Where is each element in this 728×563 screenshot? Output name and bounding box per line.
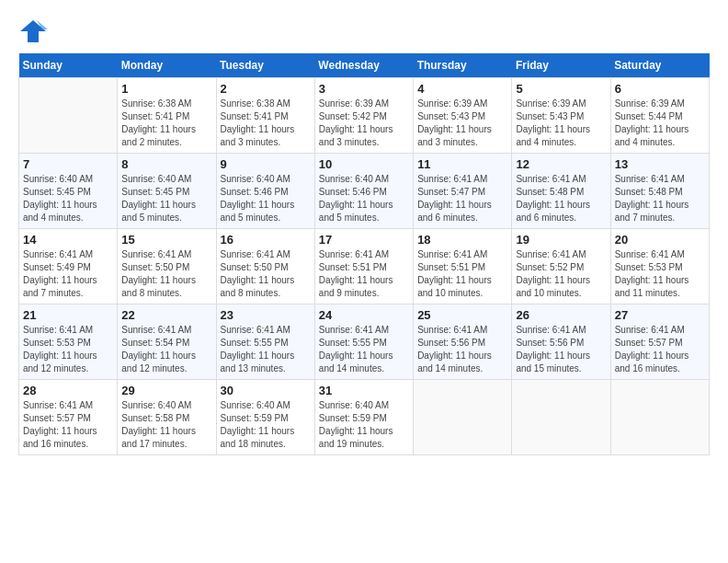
calendar-cell: 9Sunrise: 6:40 AM Sunset: 5:46 PM Daylig… [216,154,314,229]
day-info: Sunrise: 6:41 AM Sunset: 5:51 PM Dayligh… [417,248,507,300]
day-number: 28 [23,384,113,397]
day-info: Sunrise: 6:38 AM Sunset: 5:41 PM Dayligh… [121,98,211,149]
day-info: Sunrise: 6:40 AM Sunset: 5:59 PM Dayligh… [221,399,311,451]
calendar-cell: 30Sunrise: 6:40 AM Sunset: 5:59 PM Dayli… [216,380,314,455]
day-number: 11 [417,157,507,171]
calendar-cell: 22Sunrise: 6:41 AM Sunset: 5:54 PM Dayli… [118,304,216,380]
day-info: Sunrise: 6:41 AM Sunset: 5:56 PM Dayligh… [516,324,606,375]
day-info: Sunrise: 6:40 AM Sunset: 5:45 PM Dayligh… [121,173,211,224]
day-number: 4 [417,82,507,96]
calendar-cell: 25Sunrise: 6:41 AM Sunset: 5:56 PM Dayli… [414,304,512,380]
day-number: 24 [319,308,409,322]
calendar-cell: 8Sunrise: 6:40 AM Sunset: 5:45 PM Daylig… [118,154,216,229]
calendar-cell [610,380,709,455]
calendar-cell [19,78,118,154]
column-header-saturday: Saturday [610,53,709,78]
day-info: Sunrise: 6:41 AM Sunset: 5:54 PM Dayligh… [121,324,211,375]
day-info: Sunrise: 6:41 AM Sunset: 5:52 PM Dayligh… [516,248,606,300]
day-info: Sunrise: 6:41 AM Sunset: 5:53 PM Dayligh… [615,248,705,300]
column-header-sunday: Sunday [19,53,118,78]
calendar-cell: 26Sunrise: 6:41 AM Sunset: 5:56 PM Dayli… [512,304,610,380]
day-number: 31 [319,384,409,397]
calendar-cell: 29Sunrise: 6:40 AM Sunset: 5:58 PM Dayli… [118,380,216,455]
day-number: 13 [615,157,705,171]
calendar-cell: 15Sunrise: 6:41 AM Sunset: 5:50 PM Dayli… [118,229,216,304]
day-number: 19 [516,233,606,247]
day-number: 14 [23,233,113,247]
day-number: 29 [121,384,211,397]
day-info: Sunrise: 6:41 AM Sunset: 5:50 PM Dayligh… [121,248,211,300]
day-number: 16 [221,233,311,247]
day-number: 30 [221,384,311,397]
day-info: Sunrise: 6:41 AM Sunset: 5:48 PM Dayligh… [615,173,705,224]
day-info: Sunrise: 6:41 AM Sunset: 5:57 PM Dayligh… [23,399,113,451]
day-info: Sunrise: 6:41 AM Sunset: 5:50 PM Dayligh… [221,248,311,300]
calendar-cell [414,380,512,455]
calendar-cell: 1Sunrise: 6:38 AM Sunset: 5:41 PM Daylig… [118,78,216,154]
day-info: Sunrise: 6:38 AM Sunset: 5:41 PM Dayligh… [221,98,311,149]
day-info: Sunrise: 6:41 AM Sunset: 5:53 PM Dayligh… [23,324,113,375]
day-number: 23 [221,308,311,322]
logo [18,18,51,44]
day-number: 7 [23,157,113,171]
calendar-cell: 20Sunrise: 6:41 AM Sunset: 5:53 PM Dayli… [610,229,709,304]
day-number: 22 [121,308,211,322]
calendar-week-row: 28Sunrise: 6:41 AM Sunset: 5:57 PM Dayli… [19,380,710,455]
calendar-cell: 5Sunrise: 6:39 AM Sunset: 5:43 PM Daylig… [512,78,610,154]
day-info: Sunrise: 6:41 AM Sunset: 5:55 PM Dayligh… [221,324,311,375]
day-info: Sunrise: 6:41 AM Sunset: 5:55 PM Dayligh… [319,324,409,375]
calendar-week-row: 21Sunrise: 6:41 AM Sunset: 5:53 PM Dayli… [19,304,710,380]
day-info: Sunrise: 6:41 AM Sunset: 5:49 PM Dayligh… [23,248,113,300]
calendar-cell: 14Sunrise: 6:41 AM Sunset: 5:49 PM Dayli… [19,229,118,304]
day-info: Sunrise: 6:41 AM Sunset: 5:48 PM Dayligh… [516,173,606,224]
calendar-cell: 7Sunrise: 6:40 AM Sunset: 5:45 PM Daylig… [19,154,118,229]
calendar-week-row: 7Sunrise: 6:40 AM Sunset: 5:45 PM Daylig… [19,154,710,229]
logo-icon [18,18,48,44]
calendar-cell: 23Sunrise: 6:41 AM Sunset: 5:55 PM Dayli… [216,304,314,380]
column-header-tuesday: Tuesday [216,53,314,78]
calendar-cell: 16Sunrise: 6:41 AM Sunset: 5:50 PM Dayli… [216,229,314,304]
calendar-cell: 24Sunrise: 6:41 AM Sunset: 5:55 PM Dayli… [314,304,413,380]
day-number: 17 [319,233,409,247]
day-info: Sunrise: 6:41 AM Sunset: 5:51 PM Dayligh… [319,248,409,300]
day-number: 27 [615,308,705,322]
calendar-cell: 13Sunrise: 6:41 AM Sunset: 5:48 PM Dayli… [610,154,709,229]
day-number: 15 [121,233,211,247]
column-header-friday: Friday [512,53,610,78]
day-number: 5 [516,82,606,96]
day-info: Sunrise: 6:40 AM Sunset: 5:46 PM Dayligh… [221,173,311,224]
calendar-cell: 19Sunrise: 6:41 AM Sunset: 5:52 PM Dayli… [512,229,610,304]
day-info: Sunrise: 6:41 AM Sunset: 5:57 PM Dayligh… [615,324,705,375]
calendar-cell: 3Sunrise: 6:39 AM Sunset: 5:42 PM Daylig… [314,78,413,154]
day-info: Sunrise: 6:40 AM Sunset: 5:59 PM Dayligh… [319,399,409,451]
day-number: 10 [319,157,409,171]
calendar-cell: 10Sunrise: 6:40 AM Sunset: 5:46 PM Dayli… [314,154,413,229]
calendar-header-row: SundayMondayTuesdayWednesdayThursdayFrid… [19,53,710,78]
page-header [18,18,710,44]
column-header-monday: Monday [118,53,216,78]
calendar-week-row: 14Sunrise: 6:41 AM Sunset: 5:49 PM Dayli… [19,229,710,304]
calendar-cell: 28Sunrise: 6:41 AM Sunset: 5:57 PM Dayli… [19,380,118,455]
calendar-cell: 18Sunrise: 6:41 AM Sunset: 5:51 PM Dayli… [414,229,512,304]
day-info: Sunrise: 6:40 AM Sunset: 5:58 PM Dayligh… [121,399,211,451]
calendar-cell: 11Sunrise: 6:41 AM Sunset: 5:47 PM Dayli… [414,154,512,229]
calendar-cell: 31Sunrise: 6:40 AM Sunset: 5:59 PM Dayli… [314,380,413,455]
calendar-cell: 17Sunrise: 6:41 AM Sunset: 5:51 PM Dayli… [314,229,413,304]
column-header-thursday: Thursday [414,53,512,78]
calendar-cell: 2Sunrise: 6:38 AM Sunset: 5:41 PM Daylig… [216,78,314,154]
calendar-week-row: 1Sunrise: 6:38 AM Sunset: 5:41 PM Daylig… [19,78,710,154]
day-number: 21 [23,308,113,322]
day-info: Sunrise: 6:41 AM Sunset: 5:56 PM Dayligh… [417,324,507,375]
day-number: 12 [516,157,606,171]
day-number: 8 [121,157,211,171]
day-number: 9 [221,157,311,171]
day-number: 20 [615,233,705,247]
day-info: Sunrise: 6:39 AM Sunset: 5:42 PM Dayligh… [319,98,409,149]
day-number: 3 [319,82,409,96]
day-info: Sunrise: 6:41 AM Sunset: 5:47 PM Dayligh… [417,173,507,224]
calendar-cell: 27Sunrise: 6:41 AM Sunset: 5:57 PM Dayli… [610,304,709,380]
day-number: 26 [516,308,606,322]
day-number: 2 [221,82,311,96]
day-info: Sunrise: 6:39 AM Sunset: 5:44 PM Dayligh… [615,98,705,149]
calendar-cell: 6Sunrise: 6:39 AM Sunset: 5:44 PM Daylig… [610,78,709,154]
